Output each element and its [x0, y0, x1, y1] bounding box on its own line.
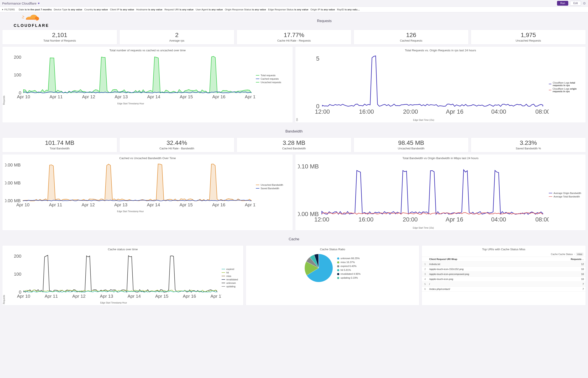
- cloudflare-logo: CLOUDFLARE: [14, 14, 49, 28]
- filter-pill[interactable]: User Agent is any value: [196, 8, 223, 11]
- section-title-bandwidth: Bandwidth: [2, 123, 586, 137]
- chart-legend: Average Origin BandwidthAverage Total Ba…: [549, 161, 586, 229]
- stat-value: 98.45 MB: [398, 139, 424, 146]
- favorite-icon[interactable]: ♥: [38, 1, 40, 5]
- table-row[interactable]: 1/robots.txt12: [422, 262, 586, 267]
- filter-pill[interactable]: Edge Response Status is any value: [268, 8, 308, 11]
- stat-label: Total Number of Requests: [43, 39, 76, 42]
- stat-card[interactable]: 98.45 MBUncached Bandwidth: [354, 137, 469, 152]
- stat-card[interactable]: 101.74 MBTotal Bandwidth: [2, 137, 117, 152]
- stat-card[interactable]: 32.44%Cache Hit Rate - Bandwidth: [119, 137, 234, 152]
- chart-requests-over-time[interactable]: Total number of requests vs cached vs un…: [2, 46, 293, 123]
- legend-item[interactable]: expired: [222, 268, 241, 270]
- legend-item[interactable]: updating 0.19%: [337, 276, 361, 279]
- chart-legend: Uncached BandwidthSaved Bandwidth: [256, 161, 293, 213]
- legend-item[interactable]: Cloudflare Logs total requests in rps: [549, 81, 583, 87]
- legend-item[interactable]: Saved Bandwidth: [256, 187, 291, 190]
- table-row[interactable]: 4/apple-touch-icon.png10: [422, 277, 586, 282]
- legend-item[interactable]: hit: [222, 271, 241, 274]
- chevron-right-icon: ›: [574, 253, 574, 255]
- svg-text:Apr 11: Apr 11: [49, 202, 62, 207]
- stat-card[interactable]: 3.23%Saved Bandwidth %: [471, 137, 586, 152]
- col-uri[interactable]: Client Request URI Wrap: [427, 257, 568, 261]
- svg-text:16:00: 16:00: [359, 108, 374, 115]
- filter-pill[interactable]: Origin Response Status is any value: [225, 8, 266, 11]
- table-top-uris-miss[interactable]: Top URIs with Cache Status Miss Cache Ca…: [422, 245, 586, 306]
- legend-item[interactable]: revalidated: [222, 278, 241, 281]
- stat-label: Average rps: [169, 39, 184, 42]
- legend-item[interactable]: Cloudflare Logs origin requests in rps: [549, 87, 583, 93]
- legend-item[interactable]: miss 16.37%: [337, 261, 361, 263]
- table-row[interactable]: 3/apple-touch-icon-precomposed.png10: [422, 272, 586, 277]
- filter-pill[interactable]: Hostname is any value: [136, 8, 163, 11]
- legend-item[interactable]: miss: [222, 275, 241, 277]
- legend-item[interactable]: Total requests: [256, 74, 291, 77]
- stat-value: 3.23%: [520, 139, 537, 146]
- legend-item[interactable]: updating: [222, 285, 241, 288]
- legend-item[interactable]: unknown: [222, 282, 241, 284]
- section-title-cache: Cache: [2, 230, 586, 245]
- page-title-text: Performance Cloudflare: [2, 1, 36, 5]
- stat-card[interactable]: 17.77%Cache Hit Rate - Requests: [237, 30, 352, 45]
- svg-text:Apr 13: Apr 13: [114, 202, 127, 207]
- legend-item[interactable]: expired 6.43%: [337, 265, 361, 267]
- filter-pill[interactable]: Device Type is any value: [54, 8, 82, 11]
- svg-text:Apr 12: Apr 12: [82, 202, 95, 207]
- col-requests[interactable]: Requests ⌄: [568, 257, 586, 261]
- legend-item[interactable]: unknown 66.25%: [337, 257, 361, 260]
- table-row[interactable]: 6/index.php/contact/7: [422, 287, 586, 292]
- legend-item[interactable]: Cached requests: [256, 78, 291, 80]
- stat-card[interactable]: 2,101Total Number of Requests: [2, 30, 117, 45]
- svg-text:04:00: 04:00: [491, 216, 506, 223]
- chart-cache-status-ratio[interactable]: Cache Status Ratio unknown 66.25%miss 16…: [246, 245, 420, 306]
- legend-item[interactable]: hit 5.81%: [337, 269, 361, 271]
- stat-label: Uncached Bandwidth: [398, 147, 424, 150]
- stat-label: Cached Bandwidth: [282, 147, 306, 150]
- filter-bar: ▸ FILTERS Date is in the past 7 months D…: [0, 7, 588, 12]
- settings-icon[interactable]: ⚙: [583, 1, 586, 5]
- chart-bandwidth-over-time[interactable]: Cached vs Uncached Bandwidth Over Time 0…: [2, 154, 293, 230]
- stat-card[interactable]: 1,975Uncached Requests: [471, 30, 586, 45]
- filters-list: Date is in the past 7 months Device Type…: [19, 8, 362, 11]
- filter-pill[interactable]: Origin IP is any value: [310, 8, 335, 11]
- legend-item[interactable]: revalidated 4.95%: [337, 272, 361, 275]
- run-button[interactable]: Run: [557, 1, 568, 6]
- svg-text:Apr 10: Apr 10: [16, 202, 29, 207]
- svg-text:Apr 16: Apr 16: [212, 94, 225, 99]
- y-axis-label: rps: [295, 53, 299, 121]
- table-row[interactable]: 2/apple-touch-icon-152x152.png10: [422, 267, 586, 272]
- x-axis-label: Edge Start Timestamp Hour: [5, 210, 256, 213]
- stat-card[interactable]: 2Average rps: [119, 30, 234, 45]
- filter-pill[interactable]: Request URI is any value: [165, 8, 194, 11]
- filter-pill[interactable]: Country is any value: [84, 8, 108, 11]
- edit-button[interactable]: Edit: [570, 1, 581, 6]
- legend-item[interactable]: Uncached requests: [256, 81, 291, 83]
- legend-item[interactable]: Uncached Bandwidth: [256, 184, 291, 186]
- chart-title: Cache status over time: [2, 246, 243, 252]
- filter-pill[interactable]: RayID is any valu…: [337, 8, 360, 11]
- legend-item[interactable]: Average Total Bandwidth: [549, 195, 583, 198]
- stat-card[interactable]: 3.28 MBCached Bandwidth: [237, 137, 352, 152]
- caret-right-icon: ▸: [2, 8, 4, 11]
- pie-chart: [305, 254, 333, 282]
- stat-label: Total Bandwidth: [50, 147, 70, 150]
- stat-card[interactable]: 126Cached Requests: [354, 30, 469, 45]
- table-header-row: Client Request URI Wrap Requests ⌄: [422, 257, 586, 262]
- chart-title: Total Bandwidth vs Origin Bandwidth in M…: [295, 155, 586, 161]
- chart-rps-24h[interactable]: Total Requests vs. Origin Requests in rp…: [295, 46, 586, 123]
- legend-item[interactable]: Average Origin Bandwidth: [549, 192, 583, 194]
- chart-svg: 0100200 Apr 10Apr 11Apr 12Apr 13Apr 14Ap…: [6, 53, 256, 102]
- stat-value: 2,101: [52, 32, 67, 39]
- table-filter-value[interactable]: miss: [576, 253, 583, 256]
- x-axis-label: Edge Start Time (15s): [298, 226, 549, 229]
- logo-cell: CLOUDFLARE: [2, 12, 61, 30]
- stat-value: 101.74 MB: [45, 139, 74, 146]
- chart-cache-status-time[interactable]: Cache status over time Requests 0100200 …: [2, 245, 243, 306]
- chart-bandwidth-24h[interactable]: Total Bandwidth vs Origin Bandwidth in M…: [295, 154, 586, 230]
- filter-pill[interactable]: Date is in the past 7 months: [19, 8, 52, 11]
- table-row[interactable]: 5/7: [422, 282, 586, 287]
- chart-svg: 05 12:0016:0020:00Apr 1604:0008:00: [299, 53, 549, 118]
- filters-toggle[interactable]: ▸ FILTERS: [2, 8, 15, 11]
- filter-pill[interactable]: Client IP is any value: [110, 8, 134, 11]
- cloud-icon: [22, 14, 41, 23]
